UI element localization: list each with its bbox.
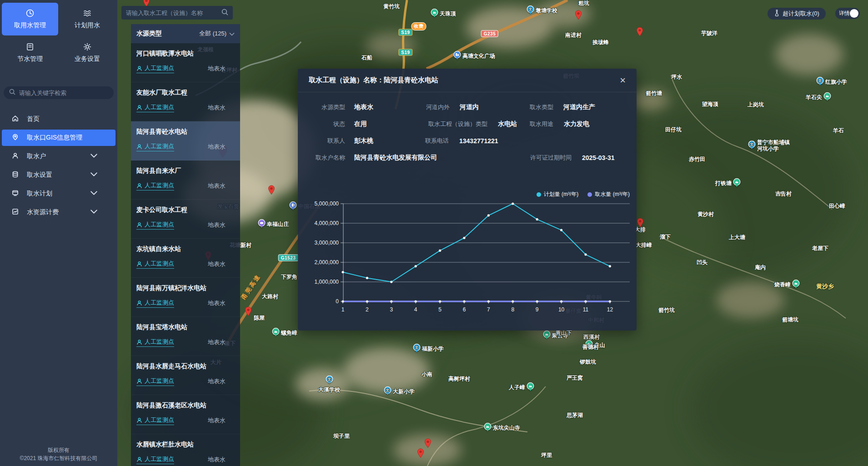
station-list-item[interactable]: 陆河县激石溪老区水电站人工监测点地表水 <box>131 395 240 434</box>
svg-text:5,000,000: 5,000,000 <box>315 200 339 207</box>
station-name: 东坑镇自来水站 <box>136 245 235 253</box>
app-tile-1[interactable]: 计划用水 <box>59 3 115 35</box>
modal-title-bar: 取水工程（设施）名称：陆河县青砼水电站 × <box>298 69 637 92</box>
map-label-text: 青山下 <box>556 330 572 336</box>
app-tile-2[interactable]: 节水管理 <box>2 36 58 69</box>
svg-text:3,000,000: 3,000,000 <box>315 240 339 246</box>
sidebar-item-3[interactable]: 取水设置 <box>2 167 115 183</box>
manual-monitor-link[interactable]: 人工监测点 <box>136 338 174 347</box>
scenic-marker-icon <box>543 331 551 341</box>
svg-text:2: 2 <box>366 306 369 313</box>
building-marker-icon <box>453 51 461 62</box>
red-map-pin[interactable] <box>245 306 252 318</box>
school-marker-icon: 文 <box>326 376 333 386</box>
billing-icon <box>12 208 19 216</box>
scenic-marker-icon <box>527 382 534 393</box>
map-label-text: 溜下 <box>660 234 671 241</box>
svg-text:文: 文 <box>386 388 390 392</box>
manual-monitor-link[interactable]: 人工监测点 <box>136 220 174 230</box>
station-list-item[interactable]: 河口镇唱歌潭水电站人工监测点地表水 <box>131 43 240 82</box>
detail-row: 状态在用取水工程（设施）类型水电站取水用途水力发电 <box>298 115 637 132</box>
station-list-item[interactable]: 陆河县南万镇杞洋水电站人工监测点地表水 <box>131 278 240 317</box>
red-map-pin[interactable] <box>575 10 582 22</box>
manual-monitor-link[interactable]: 人工监测点 <box>136 64 174 73</box>
station-list-item[interactable]: 陆河县宝塔水电站人工监测点地表水 <box>131 317 240 356</box>
map-label-text: 黄竹坑 <box>383 4 400 10</box>
detail-toggle[interactable]: 详情 <box>835 8 860 19</box>
field-value: 13432771221 <box>459 137 498 145</box>
svg-text:2,000,000: 2,000,000 <box>315 259 339 266</box>
manual-monitor-link[interactable]: 人工监测点 <box>136 416 174 425</box>
sidebar-menu: 首页取水口GIS信息管理取水户取水设置取水计划水资源计费 <box>0 111 117 220</box>
sidebar-item-1[interactable]: 取水口GIS信息管理 <box>2 130 115 146</box>
scenic-marker-icon <box>792 280 800 291</box>
station-list-item[interactable]: 陆河县水唇走马石水电站人工监测点地表水 <box>131 356 240 395</box>
app-tile-0[interactable]: 取用水管理 <box>2 3 58 35</box>
station-search[interactable] <box>121 6 233 20</box>
copyright-line2: ©2021 珠海市仁智科技有限公司 <box>0 454 117 462</box>
map-poi-label: 东坑尖山寺 <box>484 423 520 434</box>
database-icon <box>12 171 19 179</box>
svg-text:5: 5 <box>438 306 442 313</box>
sidebar-item-label: 取水口GIS信息管理 <box>27 134 82 142</box>
red-map-pin[interactable] <box>268 185 275 197</box>
station-list-item[interactable]: 友能水厂取水工程人工监测点地表水 <box>131 82 240 121</box>
map-poi-label: 坪里 <box>541 452 552 459</box>
station-list-item[interactable]: 陆河县自来水厂人工监测点地表水 <box>131 160 240 200</box>
manual-monitor-link[interactable]: 人工监测点 <box>136 377 174 386</box>
app-tile-label: 计划用水 <box>75 21 100 30</box>
sidebar-search[interactable] <box>4 86 114 99</box>
close-icon[interactable]: × <box>620 75 626 85</box>
search-icon[interactable] <box>221 9 228 17</box>
map-poi-label: 严王窝 <box>567 375 583 381</box>
water-source-filter[interactable]: 水源类型 全部 (125) <box>131 24 240 43</box>
red-map-pin[interactable] <box>424 438 431 450</box>
sidebar-item-2[interactable]: 取水户 <box>2 148 115 165</box>
map-label-text: 赤竹田 <box>689 156 705 163</box>
map-label-text: 大排嶂 <box>636 242 652 249</box>
map-poi-label: 幸福山庄 <box>258 219 289 230</box>
station-list-item[interactable]: 东坑镇自来水站人工监测点地表水 <box>131 239 240 278</box>
station-search-input[interactable] <box>126 10 219 16</box>
manual-monitor-link[interactable]: 人工监测点 <box>136 103 174 112</box>
map-label-text: 大溪学校 <box>318 387 340 393</box>
map-label-text: 粗坑 <box>578 0 589 7</box>
water-source-label: 地表水 <box>208 104 235 112</box>
svg-text:7: 7 <box>487 306 490 313</box>
manual-monitor-link[interactable]: 人工监测点 <box>136 142 174 151</box>
sidebar-item-0[interactable]: 首页 <box>2 111 115 127</box>
sidebar-search-input[interactable] <box>19 90 108 96</box>
station-list-item[interactable]: 水唇镇水栏肚水电站人工监测点地表水 <box>131 434 240 466</box>
station-list-item[interactable]: 麦卡公司取水工程人工监测点地表水 <box>131 200 240 239</box>
red-map-pin[interactable] <box>637 218 644 230</box>
waves-icon <box>83 9 92 19</box>
flask-icon <box>774 10 780 18</box>
sidebar-item-5[interactable]: 水资源计费 <box>2 204 115 220</box>
field-label: 水源类型 <box>298 103 345 111</box>
red-map-pin[interactable] <box>636 27 643 39</box>
map-label-text: 天珠顶 <box>440 11 456 17</box>
over-plan-label: 超计划取水(0) <box>783 10 819 18</box>
red-map-pin[interactable] <box>417 448 424 460</box>
chevron-down-icon <box>229 30 235 38</box>
map-poi-label: 文福新小学 <box>413 344 444 355</box>
map-poi-label: 文红旗小学 <box>816 77 847 88</box>
map-poi-label: 大排嶂 <box>636 242 652 249</box>
manual-monitor-link[interactable]: 人工监测点 <box>136 299 174 308</box>
map-label-text: 墩塘学校 <box>536 8 557 14</box>
search-icon <box>9 89 15 97</box>
manual-monitor-link[interactable]: 人工监测点 <box>136 455 174 464</box>
monitor-type-label: 人工监测点 <box>145 338 174 346</box>
sidebar-item-4[interactable]: 取水计划 <box>2 185 115 202</box>
station-list-item[interactable]: 陆河县青砼水电站人工监测点地表水 <box>131 121 240 160</box>
over-plan-withdrawal-button[interactable]: 超计划取水(0) <box>768 8 826 20</box>
map-label-text: 上岗坑 <box>748 102 764 108</box>
station-name: 陆河县青砼水电站 <box>136 128 235 136</box>
manual-monitor-link[interactable]: 人工监测点 <box>136 260 174 269</box>
manual-monitor-link[interactable]: 人工监测点 <box>136 181 174 190</box>
field-value: 彭木桃 <box>354 137 373 145</box>
map-label-text: 东坑尖山寺 <box>493 425 520 431</box>
detail-toggle-label: 详情 <box>839 10 850 17</box>
water-source-label: 地表水 <box>208 299 235 307</box>
app-tile-3[interactable]: 业务设置 <box>59 36 115 69</box>
